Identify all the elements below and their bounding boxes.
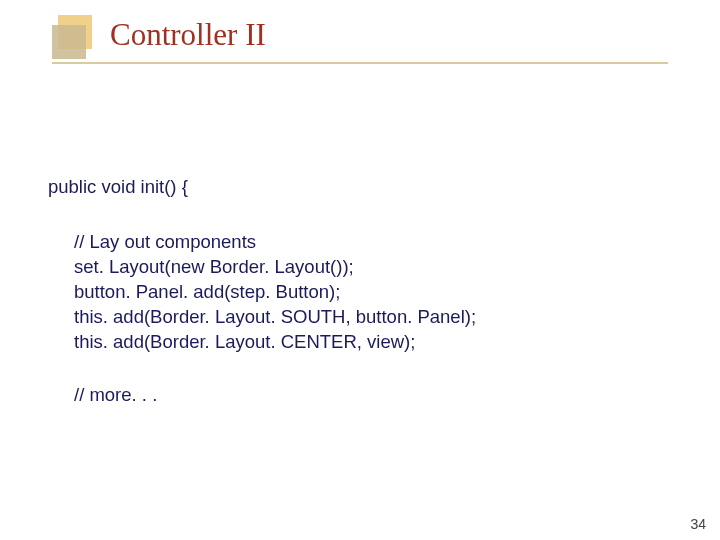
code-line: button. Panel. add(step. Button); [74,280,476,305]
code-comment: // more. . . [74,383,476,408]
code-comment: // Lay out components [74,230,476,255]
slide-title-block: Controller II [52,15,266,55]
code-line: this. add(Border. Layout. SOUTH, button.… [74,305,476,330]
code-line: set. Layout(new Border. Layout()); [74,255,476,280]
code-block: // Lay out components set. Layout(new Bo… [74,230,476,408]
slide-body: public void init() { // Lay out componen… [48,175,476,408]
slide-title: Controller II [110,17,266,53]
page-number: 34 [690,516,706,532]
code-line: this. add(Border. Layout. CENTER, view); [74,330,476,355]
code-signature: public void init() { [48,175,476,200]
title-bullet-icon [52,15,96,55]
title-underline [52,62,668,64]
